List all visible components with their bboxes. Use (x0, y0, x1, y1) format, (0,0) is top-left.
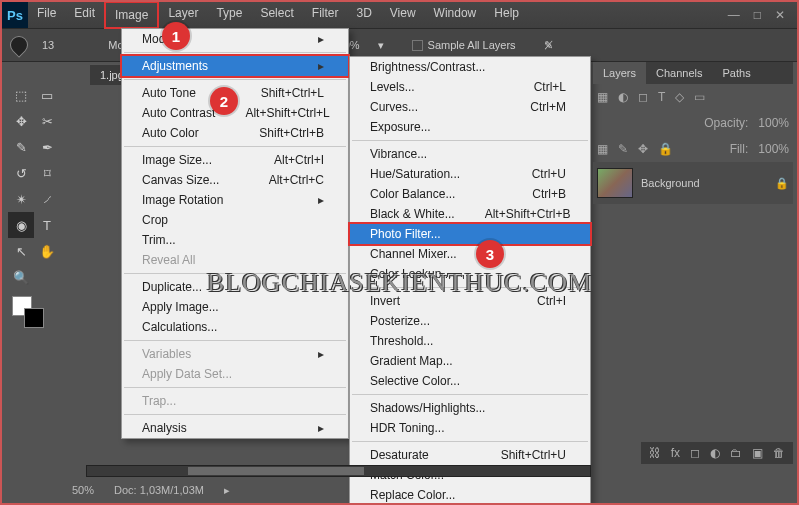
tool-5[interactable]: ✒ (34, 134, 60, 160)
fx-icon[interactable]: fx (671, 446, 680, 460)
menu-item-canvas-size[interactable]: Canvas Size...Alt+Ctrl+C (122, 170, 348, 190)
menu-item-image-size[interactable]: Image Size...Alt+Ctrl+I (122, 150, 348, 170)
menu-file[interactable]: File (28, 1, 65, 29)
panel-tab-channels[interactable]: Channels (646, 62, 712, 84)
horizontal-scrollbar[interactable] (86, 465, 591, 477)
tool-8[interactable]: ✴ (8, 186, 34, 212)
menu-item-color-lookup[interactable]: Color Lookup... (350, 264, 590, 284)
tool-2[interactable]: ✥ (8, 108, 34, 134)
tool-0[interactable]: ⬚ (8, 82, 34, 108)
tool-palette: ⬚▭✥✂✎✒↺⌑✴⟋◉T↖✋🔍 (8, 82, 60, 332)
trash-icon[interactable]: 🗑 (773, 446, 785, 460)
menu-item-color-balance[interactable]: Color Balance...Ctrl+B (350, 184, 590, 204)
tool-4[interactable]: ✎ (8, 134, 34, 160)
menu-edit[interactable]: Edit (65, 1, 104, 29)
lock-pixels-icon[interactable]: ▦ (597, 142, 608, 156)
layer-row-background[interactable]: Background 🔒 (593, 162, 793, 204)
tool-7[interactable]: ⌑ (34, 160, 60, 186)
group-icon[interactable]: 🗀 (730, 446, 742, 460)
layer-icon-row: ▦ ◐ ◻ T ◇ ▭ (593, 84, 793, 110)
menu-item-levels[interactable]: Levels...Ctrl+L (350, 77, 590, 97)
lock-paint-icon[interactable]: ✎ (618, 142, 628, 156)
menu-item-image-rotation[interactable]: Image Rotation▸ (122, 190, 348, 210)
menu-item-adjustments[interactable]: Adjustments▸ (120, 54, 350, 78)
menu-item-analysis[interactable]: Analysis▸ (122, 418, 348, 438)
menu-item-exposure[interactable]: Exposure... (350, 117, 590, 137)
menu-item-trim[interactable]: Trim... (122, 230, 348, 250)
menu-item-apply-image[interactable]: Apply Image... (122, 297, 348, 317)
shape-icon[interactable]: ◇ (675, 90, 684, 104)
menu-item-posterize[interactable]: Posterize... (350, 311, 590, 331)
menu-item-replace-color[interactable]: Replace Color... (350, 485, 590, 505)
menu-item-brightness-contrast[interactable]: Brightness/Contrast... (350, 57, 590, 77)
menu-item-channel-mixer[interactable]: Channel Mixer... (350, 244, 590, 264)
menu-view[interactable]: View (381, 1, 425, 29)
sample-all-checkbox[interactable] (412, 40, 423, 51)
menu-3d[interactable]: 3D (347, 1, 380, 29)
menu-filter[interactable]: Filter (303, 1, 348, 29)
menu-item-auto-color[interactable]: Auto ColorShift+Ctrl+B (122, 123, 348, 143)
menu-item-invert[interactable]: InvertCtrl+I (350, 291, 590, 311)
new-layer-icon[interactable]: ▣ (752, 446, 763, 460)
tool-13[interactable]: ✋ (34, 238, 60, 264)
menu-item-selective-color[interactable]: Selective Color... (350, 371, 590, 391)
menu-item-shadows-highlights[interactable]: Shadows/Highlights... (350, 398, 590, 418)
tablet-pressure-icon[interactable]: ✎̸ (544, 39, 553, 52)
brush-size-value[interactable]: 13 (42, 39, 54, 51)
lock-move-icon[interactable]: ✥ (638, 142, 648, 156)
panels-dock: LayersChannelsPaths ▦ ◐ ◻ T ◇ ▭ Opacity:… (593, 62, 793, 204)
lock-all-icon[interactable]: 🔒 (658, 142, 673, 156)
zoom-value[interactable]: 50% (72, 484, 94, 497)
tool-1[interactable]: ▭ (34, 82, 60, 108)
mask-new-icon[interactable]: ◻ (690, 446, 700, 460)
lock-row: ▦ ✎ ✥ 🔒 Fill: 100% (593, 136, 793, 162)
menu-item-vibrance[interactable]: Vibrance... (350, 144, 590, 164)
close-button[interactable]: ✕ (775, 8, 785, 22)
menu-item-hdr-toning[interactable]: HDR Toning... (350, 418, 590, 438)
menu-item-mode[interactable]: Mode▸ (122, 29, 348, 49)
menu-item-threshold[interactable]: Threshold... (350, 331, 590, 351)
menu-item-photo-filter[interactable]: Photo Filter... (348, 222, 592, 246)
menu-item-curves[interactable]: Curves...Ctrl+M (350, 97, 590, 117)
menu-select[interactable]: Select (251, 1, 302, 29)
minimize-button[interactable]: — (728, 8, 740, 22)
tool-preset-icon[interactable] (6, 32, 31, 57)
fill-value[interactable]: 100% (758, 142, 789, 156)
fill-label: Fill: (730, 142, 749, 156)
menu-item-gradient-map[interactable]: Gradient Map... (350, 351, 590, 371)
menu-item-black-white[interactable]: Black & White...Alt+Shift+Ctrl+B (350, 204, 590, 224)
mask-icon[interactable]: ◻ (638, 90, 648, 104)
tool-10[interactable]: ◉ (8, 212, 34, 238)
doc-size: Doc: 1,03M/1,03M (114, 484, 204, 497)
opacity-value[interactable]: 100% (758, 116, 789, 130)
opacity-row: Opacity: 100% (593, 110, 793, 136)
adjustment-icon[interactable]: ◐ (618, 90, 628, 104)
tool-3[interactable]: ✂ (34, 108, 60, 134)
more-icon[interactable]: ▭ (694, 90, 705, 104)
menu-item-reveal-all: Reveal All (122, 250, 348, 270)
menu-item-hue-saturation[interactable]: Hue/Saturation...Ctrl+U (350, 164, 590, 184)
menu-item-duplicate[interactable]: Duplicate... (122, 277, 348, 297)
tool-6[interactable]: ↺ (8, 160, 34, 186)
adjustment-new-icon[interactable]: ◐ (710, 446, 720, 460)
menu-type[interactable]: Type (207, 1, 251, 29)
type-icon[interactable]: T (658, 90, 665, 104)
background-swatch[interactable] (24, 308, 44, 328)
tool-9[interactable]: ⟋ (34, 186, 60, 212)
panel-tab-paths[interactable]: Paths (713, 62, 761, 84)
menu-help[interactable]: Help (485, 1, 528, 29)
tool-15[interactable] (34, 264, 60, 290)
menu-image[interactable]: Image (104, 1, 159, 29)
tool-12[interactable]: ↖ (8, 238, 34, 264)
menu-item-calculations[interactable]: Calculations... (122, 317, 348, 337)
maximize-button[interactable]: □ (754, 8, 761, 22)
tool-14[interactable]: 🔍 (8, 264, 34, 290)
menu-item-crop[interactable]: Crop (122, 210, 348, 230)
panel-tab-layers[interactable]: Layers (593, 62, 646, 84)
menu-window[interactable]: Window (425, 1, 486, 29)
menu-item-desaturate[interactable]: DesaturateShift+Ctrl+U (350, 445, 590, 465)
tool-11[interactable]: T (34, 212, 60, 238)
filter-icon[interactable]: ▦ (597, 90, 608, 104)
adjustments-submenu: Brightness/Contrast...Levels...Ctrl+LCur… (349, 56, 591, 505)
link-icon[interactable]: ⛓ (649, 446, 661, 460)
